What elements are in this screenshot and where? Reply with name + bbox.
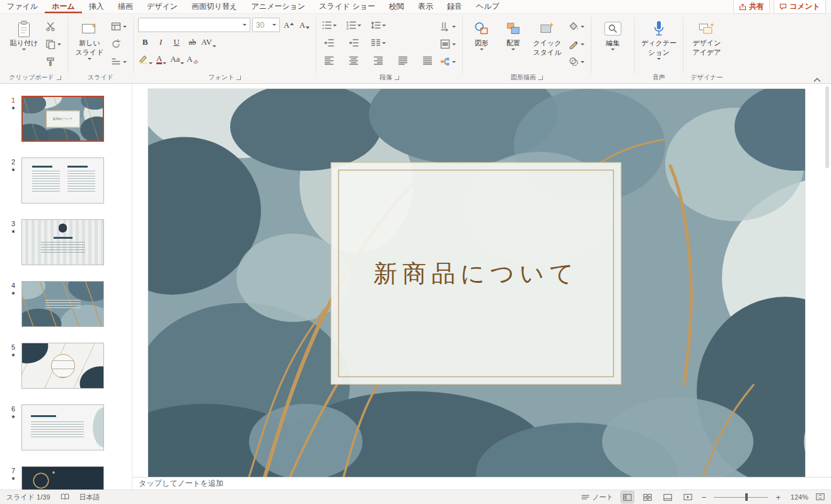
slide-thumbnail-5[interactable] xyxy=(21,343,104,389)
dialog-launcher-icon[interactable] xyxy=(395,76,399,80)
dialog-launcher-icon[interactable] xyxy=(236,76,241,80)
clear-formatting-button[interactable]: A xyxy=(186,52,200,66)
slide-thumbnail-1[interactable]: 新商品について xyxy=(21,96,104,142)
copy-icon xyxy=(45,39,55,49)
tab-review[interactable]: 校閲 xyxy=(382,0,411,13)
tab-transitions[interactable]: 画面切り替え xyxy=(185,0,245,13)
tab-slideshow[interactable]: スライド ショー xyxy=(312,0,382,13)
slide-canvas[interactable]: 新商品について xyxy=(148,89,805,477)
animation-star-icon[interactable]: ★ xyxy=(11,353,15,358)
bullets-button[interactable] xyxy=(321,18,337,33)
zoom-out-button[interactable]: − xyxy=(702,493,707,501)
quick-styles-label-line1: クイック xyxy=(533,39,561,47)
character-spacing-button[interactable]: AV xyxy=(201,35,216,49)
shape-outline-button[interactable] xyxy=(567,37,586,52)
shapes-button[interactable]: 図形 xyxy=(467,18,496,52)
animation-star-icon[interactable]: ★ xyxy=(11,291,15,296)
tab-design[interactable]: デザイン xyxy=(140,0,185,13)
reset-slide-button[interactable] xyxy=(109,37,129,52)
animation-star-icon[interactable]: ★ xyxy=(11,106,15,111)
slide-thumbnail-2[interactable] xyxy=(21,158,104,203)
change-case-button[interactable]: Aa xyxy=(170,52,184,66)
tab-home[interactable]: ホーム xyxy=(45,0,82,13)
format-painter-button[interactable] xyxy=(44,54,63,69)
reading-view-button[interactable] xyxy=(661,491,674,503)
share-button[interactable]: 共有 xyxy=(733,0,770,14)
underline-button[interactable]: U xyxy=(170,35,183,49)
tab-insert[interactable]: 挿入 xyxy=(82,0,111,13)
paste-button[interactable]: 貼り付け xyxy=(7,18,41,52)
chevron-down-icon xyxy=(57,43,61,45)
tab-view[interactable]: 表示 xyxy=(411,0,440,13)
align-center-button[interactable] xyxy=(346,53,362,68)
menu-bar: ファイル ホーム 挿入 描画 デザイン 画面切り替え アニメーション スライド … xyxy=(0,0,831,14)
font-color-button[interactable]: A xyxy=(154,52,168,66)
tab-help[interactable]: ヘルプ xyxy=(469,0,506,13)
justify-button[interactable] xyxy=(395,53,411,68)
animation-star-icon[interactable]: ★ xyxy=(11,168,15,173)
shape-fill-button[interactable] xyxy=(567,19,586,34)
line-spacing-button[interactable] xyxy=(370,18,386,33)
slide-thumbnail-4[interactable] xyxy=(21,281,104,327)
tab-animations[interactable]: アニメーション xyxy=(244,0,312,13)
dictation-button[interactable]: ディクテー ション xyxy=(639,18,678,61)
notes-area[interactable]: タップしてノートを追加 xyxy=(132,477,831,490)
arrange-button[interactable]: 配置 xyxy=(499,18,528,52)
text-highlight-button[interactable] xyxy=(138,52,153,66)
animation-star-icon[interactable]: ★ xyxy=(11,415,15,420)
editing-button[interactable]: 編集 xyxy=(596,18,630,52)
section-button[interactable] xyxy=(109,54,129,69)
slide-thumbnail-3[interactable] xyxy=(21,219,104,265)
title-placeholder[interactable]: 新商品について xyxy=(331,163,621,384)
decrease-indent-button[interactable] xyxy=(321,35,337,50)
strikethrough-button[interactable]: ab xyxy=(185,35,199,49)
align-left-button[interactable] xyxy=(321,53,337,68)
slide-thumbnail-6[interactable] xyxy=(21,404,104,450)
copy-button[interactable] xyxy=(44,37,63,52)
scrollbar-thumb[interactable] xyxy=(825,86,829,168)
convert-to-smartart-button[interactable] xyxy=(438,54,458,69)
numbering-button[interactable] xyxy=(346,18,362,33)
zoom-slider[interactable] xyxy=(714,493,768,501)
tab-draw[interactable]: 描画 xyxy=(111,0,140,13)
slide-layout-button[interactable] xyxy=(109,19,129,34)
fit-to-window-button[interactable] xyxy=(816,493,825,502)
text-direction-button[interactable] xyxy=(438,19,458,34)
zoom-level[interactable]: 124% xyxy=(788,493,808,501)
font-size-combobox[interactable]: 30 xyxy=(252,18,280,32)
slide-thumbnail-7[interactable] xyxy=(21,466,104,490)
animation-star-icon[interactable]: ★ xyxy=(11,229,15,234)
dialog-launcher-icon[interactable] xyxy=(57,76,61,80)
quick-styles-button[interactable]: クイック スタイル xyxy=(530,18,564,58)
collapse-ribbon-button[interactable] xyxy=(813,76,821,81)
language-indicator[interactable]: 日本語 xyxy=(79,493,100,502)
comments-button[interactable]: コメント xyxy=(774,0,826,14)
normal-view-button[interactable] xyxy=(621,491,634,503)
vertical-scrollbar[interactable] xyxy=(825,86,830,474)
notes-toggle-button[interactable]: ノート xyxy=(581,493,613,502)
decrease-font-size-button[interactable]: A xyxy=(298,18,311,32)
columns-button[interactable] xyxy=(370,35,386,50)
animation-star-icon[interactable]: ★ xyxy=(11,476,15,481)
tab-record[interactable]: 録音 xyxy=(440,0,469,13)
design-ideas-button[interactable]: デザイン アイデア xyxy=(688,18,726,58)
bold-button[interactable]: B xyxy=(138,35,152,49)
align-right-button[interactable] xyxy=(370,53,386,68)
font-name-combobox[interactable] xyxy=(138,18,250,32)
zoom-in-button[interactable]: + xyxy=(776,493,781,501)
dialog-launcher-icon[interactable] xyxy=(538,76,543,80)
align-text-button[interactable] xyxy=(438,37,458,52)
tab-file[interactable]: ファイル xyxy=(0,0,45,13)
notes-toggle-label: ノート xyxy=(592,493,613,502)
italic-button[interactable]: I xyxy=(154,35,168,49)
new-slide-button[interactable]: 新しい スライド xyxy=(73,18,107,61)
distribute-button[interactable] xyxy=(419,53,436,68)
spellcheck-button[interactable] xyxy=(61,493,69,502)
zoom-slider-thumb[interactable] xyxy=(745,493,748,501)
cut-button[interactable] xyxy=(44,19,63,34)
slide-sorter-view-button[interactable] xyxy=(641,491,654,503)
shape-effects-button[interactable] xyxy=(567,54,586,69)
slideshow-button[interactable] xyxy=(682,491,694,503)
increase-indent-button[interactable] xyxy=(346,35,362,50)
increase-font-size-button[interactable]: A xyxy=(282,18,296,32)
